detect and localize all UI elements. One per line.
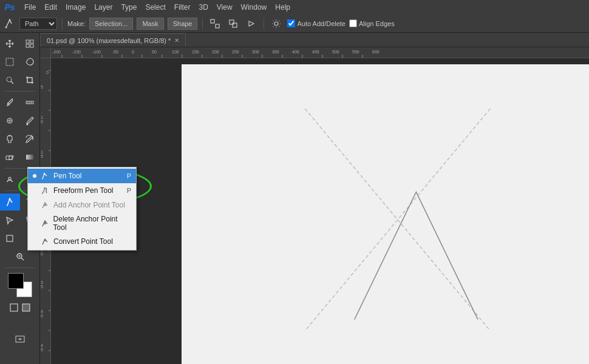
flyout-pen-tool[interactable]: Pen Tool P xyxy=(28,169,136,183)
menu-file[interactable]: File xyxy=(21,2,39,13)
path-select-tool[interactable] xyxy=(0,212,20,229)
ruler-top: -200 -150 -100 -50 0 50 100 150 200 250 … xyxy=(51,47,589,58)
svg-point-6 xyxy=(274,22,278,25)
tool-flyout-menu: Pen Tool P Freeform Pen Tool P Add Ancho… xyxy=(27,167,137,251)
stamp-tool[interactable] xyxy=(0,130,20,147)
menu-window[interactable]: Window xyxy=(237,2,271,13)
svg-text:0: 0 xyxy=(46,70,49,75)
svg-text:350: 350 xyxy=(272,50,279,54)
ruler-corner xyxy=(40,47,51,58)
flyout-delete-anchor[interactable]: Delete Anchor Point Tool xyxy=(28,212,136,234)
white-canvas xyxy=(182,64,589,364)
tool-row-stamp xyxy=(0,130,39,147)
gradient-tool[interactable] xyxy=(20,149,40,166)
shape-tool-btn[interactable] xyxy=(0,230,20,247)
quick-mask-mode[interactable] xyxy=(21,302,32,313)
brush-tool[interactable] xyxy=(20,112,40,129)
divider-1 xyxy=(62,18,63,30)
app-logo: Ps xyxy=(2,0,17,15)
blur-tool[interactable] xyxy=(0,171,20,188)
svg-text:100: 100 xyxy=(172,50,179,54)
eraser-tool[interactable] xyxy=(0,149,20,166)
add-anchor-label: Add Anchor Point Tool xyxy=(53,201,125,209)
marquee-tool[interactable] xyxy=(0,53,20,70)
pen-tool-btn[interactable] xyxy=(0,194,20,211)
zoom-tool[interactable] xyxy=(0,248,39,265)
auto-add-delete-checkbox[interactable]: Auto Add/Delete xyxy=(287,19,346,27)
path-dropdown-container: Path Shape Pixels xyxy=(19,18,57,30)
svg-point-21 xyxy=(9,198,11,200)
tool-row-healing xyxy=(0,112,39,129)
selection-button[interactable]: Selection... xyxy=(89,18,133,30)
path-arrangement-icon[interactable] xyxy=(226,18,240,30)
tab-title: 01.psd @ 100% (maxresdefault, RGB/8) * xyxy=(47,37,171,44)
path-operations-icon[interactable] xyxy=(208,18,222,30)
svg-text:600: 600 xyxy=(372,50,380,54)
svg-text:3: 3 xyxy=(41,280,43,285)
flyout-freeform-pen-tool[interactable]: Freeform Pen Tool P xyxy=(28,183,136,198)
menu-view[interactable]: View xyxy=(213,2,236,13)
svg-point-0 xyxy=(9,19,11,21)
svg-text:150: 150 xyxy=(192,50,199,54)
svg-text:1: 1 xyxy=(41,150,43,154)
move-tool[interactable] xyxy=(0,35,20,52)
svg-point-16 xyxy=(9,135,10,136)
tool-row-move xyxy=(0,35,39,52)
menu-select[interactable]: Select xyxy=(141,2,169,13)
menu-help[interactable]: Help xyxy=(271,2,294,13)
svg-rect-10 xyxy=(30,44,33,47)
quick-select-tool[interactable] xyxy=(0,72,20,89)
freeform-pen-icon xyxy=(40,186,50,195)
svg-text:0: 0 xyxy=(41,120,43,124)
menu-layer[interactable]: Layer xyxy=(90,2,116,13)
path-type-dropdown[interactable]: Path Shape Pixels xyxy=(19,18,57,30)
tab-bar: 01.psd @ 100% (maxresdefault, RGB/8) * ✕ xyxy=(40,33,589,47)
menu-3d[interactable]: 3D xyxy=(195,2,211,13)
menu-type[interactable]: Type xyxy=(117,2,140,13)
svg-text:-50: -50 xyxy=(112,50,118,54)
svg-text:200: 200 xyxy=(212,50,219,54)
mask-button[interactable]: Mask xyxy=(137,18,163,30)
svg-text:400: 400 xyxy=(292,50,299,54)
settings-icon[interactable] xyxy=(269,18,284,30)
tab-close[interactable]: ✕ xyxy=(174,37,179,44)
tool-divider-1 xyxy=(5,91,35,92)
svg-rect-8 xyxy=(30,40,33,43)
svg-text:0: 0 xyxy=(41,252,43,256)
delete-anchor-icon xyxy=(40,218,50,228)
svg-text:-200: -200 xyxy=(52,50,61,54)
svg-text:5: 5 xyxy=(41,285,43,289)
menu-filter[interactable]: Filter xyxy=(171,2,194,13)
svg-point-19 xyxy=(9,177,11,180)
color-swatches[interactable] xyxy=(8,273,32,297)
history-brush-tool[interactable] xyxy=(20,130,40,147)
tool-row-marquee xyxy=(0,53,39,70)
ruler-tool-btn[interactable] xyxy=(20,94,40,111)
menu-image[interactable]: Image xyxy=(62,2,89,13)
tool-row-quickselect xyxy=(0,72,39,89)
flyout-convert-point[interactable]: Convert Point Tool xyxy=(28,234,136,249)
svg-rect-5 xyxy=(233,23,237,27)
flyout-add-anchor[interactable]: Add Anchor Point Tool xyxy=(28,198,136,212)
path-align-icon[interactable] xyxy=(244,18,259,30)
lasso-tool[interactable] xyxy=(20,53,40,70)
foreground-color[interactable] xyxy=(8,273,24,289)
screen-mode[interactable] xyxy=(8,317,32,362)
add-anchor-icon xyxy=(40,200,50,210)
shape-button[interactable]: Shape xyxy=(168,18,198,30)
svg-rect-7 xyxy=(26,40,29,43)
svg-text:250: 250 xyxy=(232,50,239,54)
make-label: Make: xyxy=(67,20,86,27)
artboard-tool[interactable] xyxy=(20,35,40,52)
svg-text:4: 4 xyxy=(41,309,43,314)
svg-rect-24 xyxy=(10,304,18,311)
standard-mode[interactable] xyxy=(9,302,19,313)
tool-row-zoom xyxy=(0,248,39,265)
freeform-pen-shortcut: P xyxy=(127,187,131,194)
healing-tool[interactable] xyxy=(0,112,20,129)
crop-tool[interactable] xyxy=(20,72,40,89)
menu-edit[interactable]: Edit xyxy=(41,2,61,13)
align-edges-checkbox[interactable]: Align Edges xyxy=(349,19,395,27)
document-tab[interactable]: 01.psd @ 100% (maxresdefault, RGB/8) * ✕ xyxy=(40,33,186,47)
eyedropper-tool[interactable] xyxy=(0,94,20,111)
